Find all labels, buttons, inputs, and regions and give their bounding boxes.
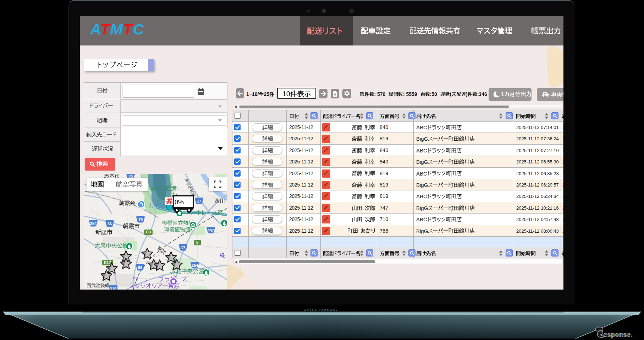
svg-text:esponse.: esponse. <box>604 331 633 338</box>
svg-text:ASUS ZenBook: ASUS ZenBook <box>304 308 338 312</box>
svg-text:0%: 0% <box>175 199 184 206</box>
